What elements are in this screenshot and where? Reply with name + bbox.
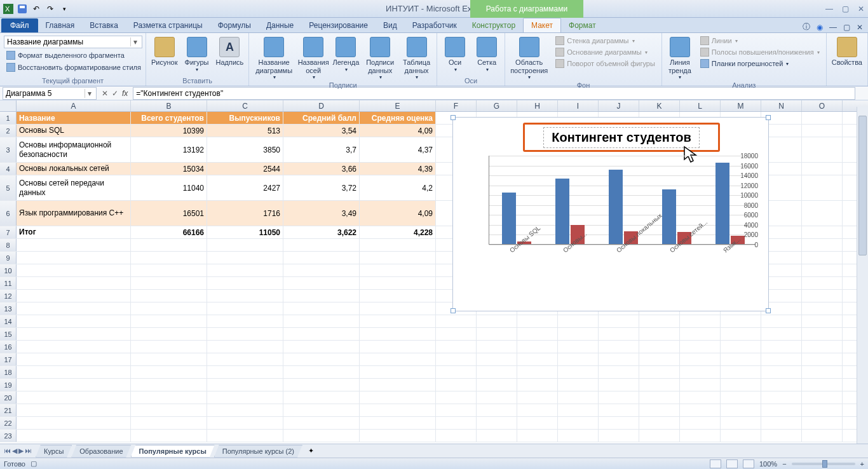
- cell[interactable]: [207, 290, 283, 302]
- cell[interactable]: [639, 328, 680, 340]
- cell[interactable]: [802, 315, 843, 327]
- cell[interactable]: [721, 328, 761, 340]
- cell[interactable]: [517, 366, 558, 378]
- cell[interactable]: [802, 353, 843, 365]
- cell[interactable]: [477, 353, 517, 365]
- cell[interactable]: [283, 430, 360, 442]
- cell[interactable]: [639, 404, 680, 416]
- cell[interactable]: [761, 379, 802, 391]
- tab-pagelayout[interactable]: Разметка страницы: [126, 18, 210, 32]
- cell[interactable]: [207, 430, 283, 442]
- col-header[interactable]: J: [599, 100, 639, 111]
- cell[interactable]: [639, 430, 680, 442]
- view-normal-icon[interactable]: [710, 459, 721, 468]
- sheet-nav-prev-icon[interactable]: ◀: [12, 447, 17, 455]
- cell[interactable]: 513: [207, 125, 283, 137]
- col-header[interactable]: G: [477, 100, 517, 111]
- cell[interactable]: [283, 366, 360, 378]
- cell[interactable]: [721, 430, 761, 442]
- row-header[interactable]: 21: [0, 404, 17, 416]
- cell[interactable]: [283, 290, 360, 302]
- cell[interactable]: [761, 341, 802, 353]
- cell[interactable]: Язык программирования C++: [17, 201, 131, 226]
- cell[interactable]: [558, 328, 599, 340]
- cell[interactable]: [802, 379, 843, 391]
- cell[interactable]: [207, 328, 283, 340]
- picture-button[interactable]: Рисунок: [150, 36, 179, 68]
- data-table-button[interactable]: Таблица данных▾: [400, 36, 433, 81]
- cell[interactable]: Выпускников: [207, 112, 283, 124]
- cell[interactable]: [721, 315, 761, 327]
- cell[interactable]: [721, 391, 761, 404]
- cell[interactable]: [17, 315, 131, 327]
- row-header[interactable]: 14: [0, 315, 17, 327]
- sheet-tab[interactable]: Популярные курсы: [131, 445, 215, 458]
- cell[interactable]: [207, 239, 283, 251]
- chart-object[interactable]: Контингент студентов Основы SQL Основы..…: [452, 117, 769, 311]
- cell[interactable]: [283, 353, 360, 365]
- cell[interactable]: [436, 391, 477, 404]
- cell[interactable]: [599, 328, 639, 340]
- row-header[interactable]: 15: [0, 328, 17, 340]
- view-pagebreak-icon[interactable]: [743, 459, 754, 468]
- row-header[interactable]: 12: [0, 290, 17, 302]
- cell[interactable]: [131, 366, 207, 378]
- cell[interactable]: [360, 264, 436, 276]
- cell[interactable]: [131, 417, 207, 429]
- cell[interactable]: [477, 417, 517, 429]
- select-all-corner[interactable]: [0, 100, 17, 111]
- col-header[interactable]: O: [802, 100, 843, 111]
- cell[interactable]: [802, 328, 843, 340]
- cell[interactable]: [721, 353, 761, 365]
- cell[interactable]: [131, 290, 207, 302]
- cell[interactable]: [17, 277, 131, 289]
- cell[interactable]: [802, 252, 843, 264]
- row-header[interactable]: 23: [0, 430, 17, 442]
- cell[interactable]: 15034: [131, 163, 207, 175]
- cell[interactable]: [802, 239, 843, 251]
- chart-title[interactable]: Контингент студентов: [543, 127, 700, 148]
- cell[interactable]: Средняя оценка: [360, 112, 436, 124]
- cell[interactable]: [721, 404, 761, 416]
- row-header[interactable]: 16: [0, 341, 17, 353]
- cell[interactable]: [639, 315, 680, 327]
- sheet-tab[interactable]: Образование: [71, 445, 131, 458]
- cell[interactable]: 16501: [131, 201, 207, 226]
- cell[interactable]: [558, 379, 599, 391]
- cell[interactable]: [558, 391, 599, 404]
- cell[interactable]: [17, 404, 131, 416]
- cell[interactable]: 3,66: [283, 163, 360, 175]
- row-header[interactable]: 5: [0, 175, 17, 200]
- cell[interactable]: [360, 302, 436, 315]
- cell[interactable]: [802, 137, 843, 162]
- cell[interactable]: [517, 404, 558, 416]
- cell[interactable]: [517, 328, 558, 340]
- cell[interactable]: [477, 430, 517, 442]
- cell[interactable]: [558, 430, 599, 442]
- row-header[interactable]: 22: [0, 417, 17, 429]
- tab-data[interactable]: Данные: [259, 18, 301, 32]
- data-labels-button[interactable]: Подписи данных▾: [363, 36, 397, 81]
- row-header[interactable]: 8: [0, 239, 17, 251]
- cell[interactable]: [599, 353, 639, 365]
- cell[interactable]: 11040: [131, 175, 207, 200]
- textbox-button[interactable]: AНадпись: [215, 36, 245, 68]
- cancel-icon[interactable]: ✕: [102, 89, 108, 98]
- maximize-icon[interactable]: ▢: [842, 4, 849, 13]
- col-header[interactable]: A: [17, 100, 131, 111]
- cell[interactable]: Название: [17, 112, 131, 124]
- fx-icon[interactable]: fx: [122, 89, 128, 98]
- error-bars-button[interactable]: Планки погрешностей ▾: [698, 58, 822, 69]
- cell[interactable]: [477, 328, 517, 340]
- cell[interactable]: [17, 239, 131, 251]
- cell[interactable]: 4,228: [360, 226, 436, 238]
- cell[interactable]: [17, 391, 131, 404]
- cell[interactable]: [207, 341, 283, 353]
- cell[interactable]: [207, 417, 283, 429]
- cell[interactable]: [639, 353, 680, 365]
- reset-style-button[interactable]: Восстановить форматирование стиля: [4, 62, 144, 72]
- cell[interactable]: [517, 315, 558, 327]
- cell[interactable]: [283, 379, 360, 391]
- cell[interactable]: [802, 125, 843, 137]
- cell[interactable]: [802, 277, 843, 289]
